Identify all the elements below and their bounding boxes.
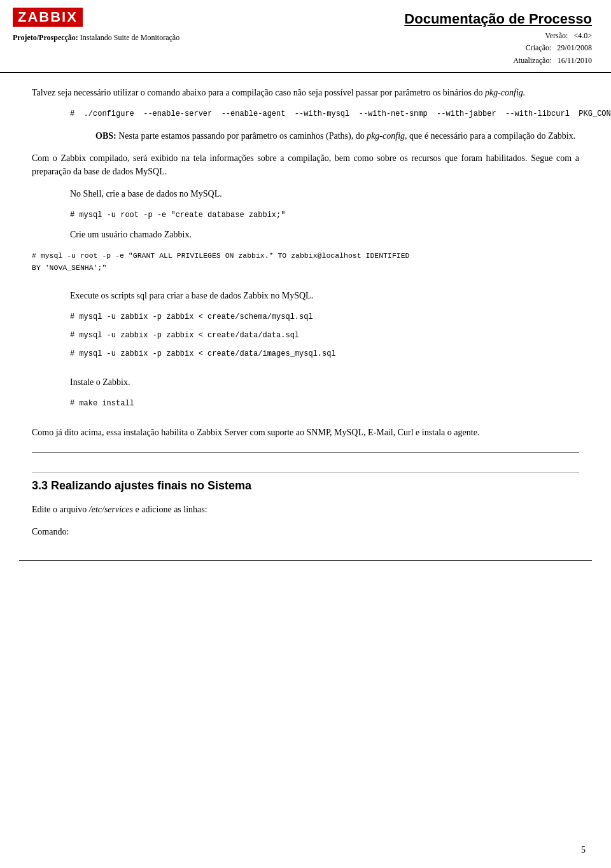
obs-text2: que é necessário para a compilação do Za… — [407, 131, 576, 141]
page-footer: 5 — [581, 845, 586, 855]
code3-line1: # mysql -u root -p -e "GRANT ALL PRIVILE… — [32, 251, 410, 260]
section-heading: 3.3 Realizando ajustes finais no Sistema — [32, 472, 579, 493]
logo-area: ZABBIX — [13, 8, 179, 27]
page-number: 5 — [581, 845, 586, 855]
version-line: Versão: <4.0> — [404, 30, 592, 42]
code3-line2: BY 'NOVA_SENHA';" — [32, 263, 106, 272]
main-content: Talvez seja necessário utilizar o comand… — [0, 73, 611, 560]
shell-intro: No Shell, crie a base de dados no MySQL. — [70, 187, 579, 200]
page: ZABBIX Projeto/Prospecção: Instalando Su… — [0, 0, 611, 868]
comando-label: Comando: — [32, 525, 579, 538]
code-block-1: # ./configure --enable-server --enable-a… — [70, 108, 579, 120]
user-intro: Crie um usuário chamado Zabbix. — [70, 228, 579, 241]
creation-value: 29/01/2008 — [557, 43, 592, 52]
creation-line: Criação: 29/01/2008 — [404, 42, 592, 54]
obs-label: OBS: — [95, 131, 116, 141]
edit-text2: e adicione as linhas: — [133, 505, 207, 514]
code-block-2: # mysql -u root -p -e "create database z… — [70, 209, 579, 221]
page-header: ZABBIX Projeto/Prospecção: Instalando Su… — [0, 0, 611, 73]
intro-text: Talvez seja necessário utilizar o comand… — [32, 88, 485, 97]
project-line: Projeto/Prospecção: Instalando Suite de … — [13, 33, 179, 43]
version-value: <4.0> — [573, 31, 592, 40]
doc-title: Documentação de Processo — [404, 8, 592, 30]
header-right: Documentação de Processo Versão: <4.0> C… — [404, 8, 592, 67]
code-block-4b: # mysql -u zabbix -p zabbix < create/dat… — [70, 330, 579, 342]
final-paragraph: Como já dito acima, essa instalação habi… — [32, 426, 579, 439]
creation-label: Criação: — [526, 43, 552, 52]
install-intro: Instale o Zabbix. — [70, 375, 579, 389]
update-value: 16/11/2010 — [558, 56, 592, 65]
update-line: Atualização: 16/11/2010 — [404, 55, 592, 67]
code-block-3: # mysql -u root -p -e "GRANT ALL PRIVILE… — [32, 250, 579, 274]
project-label: Projeto/Prospecção: — [13, 33, 78, 42]
code-block-5: # make install — [70, 398, 579, 410]
update-label: Atualização: — [513, 56, 552, 65]
edit-intro-paragraph: Edite o arquivo /etc/services e adicione… — [32, 503, 579, 516]
code-block-4c: # mysql -u zabbix -p zabbix < create/dat… — [70, 348, 579, 360]
scripts-intro: Execute os scripts sql para criar a base… — [70, 289, 579, 302]
compile-paragraph: Com o Zabbix compilado, será exibido na … — [32, 151, 579, 178]
project-value: Instalando Suite de Monitoração — [80, 33, 179, 42]
obs-block: OBS: Nesta parte estamos passando por pa… — [95, 129, 579, 143]
pkg-config-text: pkg-config. — [485, 88, 525, 97]
edit-intro-text: Edite o arquivo — [32, 505, 89, 514]
obs-text: Nesta parte estamos passando por parâmet… — [116, 131, 367, 141]
intro-paragraph: Talvez seja necessário utilizar o comand… — [32, 86, 579, 99]
obs-pkg: pkg-config, — [367, 131, 407, 141]
code-block-4a: # mysql -u zabbix -p zabbix < create/sch… — [70, 311, 579, 323]
footer-line — [19, 560, 592, 561]
section-divider — [32, 452, 579, 453]
zabbix-logo: ZABBIX — [13, 8, 83, 27]
header-left: ZABBIX Projeto/Prospecção: Instalando Su… — [13, 8, 179, 43]
version-label: Versão: — [545, 31, 568, 40]
edit-file-text: /etc/services — [89, 505, 133, 514]
